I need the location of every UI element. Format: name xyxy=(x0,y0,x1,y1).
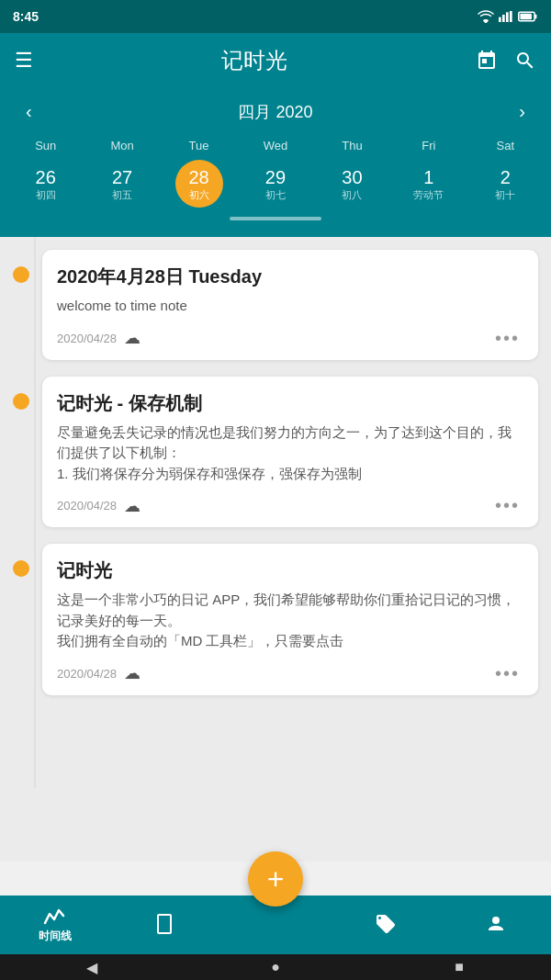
card-3-more-button[interactable]: ••• xyxy=(491,663,523,684)
tags-icon xyxy=(375,913,397,935)
timeline-dot-1 xyxy=(13,266,29,283)
day-1[interactable]: 1 劳动节 xyxy=(405,160,453,208)
card-3-meta: 2020/04/28 ☁ xyxy=(57,663,141,683)
search-button[interactable] xyxy=(514,50,536,72)
timeline-dot-3 xyxy=(13,560,29,577)
day-30[interactable]: 30 初八 xyxy=(328,160,376,208)
svg-rect-7 xyxy=(158,915,171,933)
calendar-nav: ‹ 四月 2020 › xyxy=(0,88,551,135)
day-29[interactable]: 29 初七 xyxy=(252,160,299,208)
nav-item-timeline[interactable]: 时间线 xyxy=(28,907,83,944)
card-1-body: welcome to time note xyxy=(57,296,523,317)
calendar-days: 26 初四 27 初五 28 初六 29 初七 30 初八 1 劳动节 2 初十 xyxy=(0,156,551,211)
svg-rect-9 xyxy=(157,922,159,925)
card-1-meta: 2020/04/28 ☁ xyxy=(57,328,141,348)
svg-rect-10 xyxy=(157,927,159,929)
weekday-wed: Wed xyxy=(237,139,313,152)
fab-add-button[interactable]: + xyxy=(248,851,303,907)
nav-item-notebook[interactable] xyxy=(138,913,193,937)
app-header: ☰ 记时光 xyxy=(0,33,551,88)
card-wrapper-1: 2020年4月28日 Tuesday welcome to time note … xyxy=(13,250,538,360)
card-wrapper-3: 记时光 这是一个非常小巧的日记 APP，我们希望能够帮助你们重拾记日记的习惯，记… xyxy=(13,544,538,695)
cloud-icon-1: ☁ xyxy=(124,328,141,348)
weekday-fri: Fri xyxy=(390,139,467,152)
day-28-selected[interactable]: 28 初六 xyxy=(175,160,223,208)
card-2-meta: 2020/04/28 ☁ xyxy=(57,496,141,516)
card-3-footer: 2020/04/28 ☁ ••• xyxy=(57,663,523,684)
card-3[interactable]: 记时光 这是一个非常小巧的日记 APP，我们希望能够帮助你们重拾记日记的习惯，记… xyxy=(42,544,538,695)
card-3-body: 这是一个非常小巧的日记 APP，我们希望能够帮助你们重拾记日记的习惯，记录美好的… xyxy=(57,590,523,652)
svg-rect-0 xyxy=(499,17,501,22)
calendar-weekdays: Sun Mon Tue Wed Thu Fri Sat xyxy=(0,135,551,156)
app-title: 记时光 xyxy=(221,46,287,75)
card-1[interactable]: 2020年4月28日 Tuesday welcome to time note … xyxy=(42,250,538,360)
card-2-more-button[interactable]: ••• xyxy=(491,495,523,516)
svg-rect-3 xyxy=(510,11,512,22)
card-2-date: 2020/04/28 xyxy=(57,499,117,513)
battery-icon xyxy=(518,11,538,22)
calendar-button[interactable] xyxy=(476,50,498,72)
card-1-more-button[interactable]: ••• xyxy=(491,328,523,349)
fab-add-icon: + xyxy=(267,864,285,894)
cloud-icon-3: ☁ xyxy=(124,663,141,683)
header-icons xyxy=(476,50,536,72)
nav-item-tags[interactable] xyxy=(358,913,413,937)
card-2-body: 尽量避免丢失记录的情况也是我们努力的方向之一，为了达到这个目的，我们提供了以下机… xyxy=(57,422,523,485)
card-1-footer: 2020/04/28 ☁ ••• xyxy=(57,328,523,349)
calendar-section: ‹ 四月 2020 › Sun Mon Tue Wed Thu Fri Sat … xyxy=(0,88,551,237)
timeline-dot-2 xyxy=(13,393,29,410)
prev-month-button[interactable]: ‹ xyxy=(18,97,39,126)
timeline-icon xyxy=(43,907,67,927)
weekday-mon: Mon xyxy=(84,139,160,152)
weekday-tue: Tue xyxy=(161,139,237,152)
recent-button[interactable]: ■ xyxy=(441,954,478,980)
day-2[interactable]: 2 初十 xyxy=(481,160,529,208)
weekday-thu: Thu xyxy=(314,139,390,152)
status-right xyxy=(478,10,538,23)
status-time: 8:45 xyxy=(13,9,39,24)
menu-button[interactable]: ☰ xyxy=(15,49,33,73)
calendar-icon xyxy=(476,50,498,72)
card-2[interactable]: 记时光 - 保存机制 尽量避免丢失记录的情况也是我们努力的方向之一，为了达到这个… xyxy=(42,377,538,528)
scroll-dot xyxy=(230,217,321,220)
card-2-title: 记时光 - 保存机制 xyxy=(57,391,523,415)
system-nav: ◀ ● ■ xyxy=(0,954,551,980)
weekday-sat: Sat xyxy=(467,139,544,152)
day-27[interactable]: 27 初五 xyxy=(98,160,146,208)
svg-rect-2 xyxy=(506,12,509,22)
scroll-indicator xyxy=(0,211,551,222)
signal-icon xyxy=(499,10,513,23)
day-26[interactable]: 26 初四 xyxy=(22,160,70,208)
card-2-footer: 2020/04/28 ☁ ••• xyxy=(57,495,523,516)
content-area: 2020年4月28日 Tuesday welcome to time note … xyxy=(0,237,551,862)
svg-rect-6 xyxy=(520,14,532,19)
notebook-icon xyxy=(154,913,176,935)
card-1-date: 2020/04/28 xyxy=(57,332,117,345)
card-3-date: 2020/04/28 xyxy=(57,667,117,681)
wifi-icon xyxy=(478,10,494,23)
weekday-sun: Sun xyxy=(7,139,84,152)
svg-point-11 xyxy=(492,917,500,924)
profile-icon xyxy=(485,913,507,935)
status-left: 8:45 xyxy=(13,9,39,24)
cloud-icon-2: ☁ xyxy=(124,496,141,516)
svg-rect-1 xyxy=(502,15,505,22)
nav-label-timeline: 时间线 xyxy=(39,929,72,944)
status-bar: 8:45 xyxy=(0,0,551,33)
next-month-button[interactable]: › xyxy=(512,97,533,126)
home-button[interactable]: ● xyxy=(257,954,294,980)
nav-item-profile[interactable] xyxy=(468,913,523,937)
card-3-title: 记时光 xyxy=(57,558,523,582)
card-wrapper-2: 记时光 - 保存机制 尽量避免丢失记录的情况也是我们努力的方向之一，为了达到这个… xyxy=(13,377,538,528)
calendar-month-year: 四月 2020 xyxy=(238,101,312,123)
svg-rect-8 xyxy=(157,918,159,920)
search-icon xyxy=(514,50,536,72)
card-1-title: 2020年4月28日 Tuesday xyxy=(57,265,523,288)
svg-rect-5 xyxy=(534,15,536,19)
back-button[interactable]: ◀ xyxy=(73,954,110,980)
